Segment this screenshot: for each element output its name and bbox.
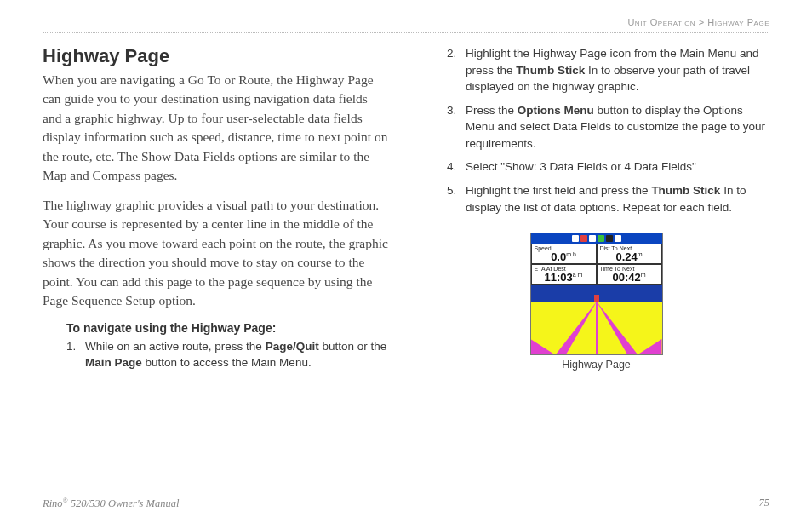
step-item: 4. Select "Show: 3 Data Fields or 4 Data… — [447, 158, 769, 175]
steps-heading: To navigate using the Highway Page: — [66, 321, 389, 335]
breadcrumb-section: Unit Operation — [627, 17, 695, 27]
breadcrumb-page: Highway Page — [707, 17, 769, 27]
page-footer: Rino® 520/530 Owner's Manual 75 — [43, 497, 769, 510]
road-edge — [638, 339, 662, 354]
destination-flag-icon — [594, 295, 599, 302]
data-field: Speed 0.0m h — [531, 244, 597, 264]
steps-list-right: 2. Highlight the Highway Page icon from … — [447, 45, 769, 216]
data-field: Time To Next 00:42m — [597, 264, 662, 285]
intro-paragraph-2: The highway graphic provides a visual pa… — [43, 196, 389, 311]
status-icon — [598, 235, 604, 242]
page-number: 75 — [759, 497, 770, 510]
status-icon — [572, 235, 579, 242]
left-column: Highway Page When you are navigating a G… — [43, 45, 389, 378]
device-screenshot: Speed 0.0m h Dist To Next 0.24m ETA At D… — [530, 233, 663, 355]
right-column: 2. Highlight the Highway Page icon from … — [423, 45, 769, 378]
data-field: ETA At Dest 11:03a m — [531, 264, 597, 285]
breadcrumb: Unit Operation > Highway Page — [43, 17, 769, 33]
data-field: Dist To Next 0.24m — [597, 244, 662, 264]
step-item: 2. Highlight the Highway Page icon from … — [447, 45, 769, 95]
status-icon — [589, 235, 596, 242]
intro-paragraph-1: When you are navigating a Go To or Route… — [43, 71, 389, 186]
road-edge — [531, 339, 555, 354]
device-status-bar — [531, 233, 662, 244]
steps-list-left: 1. While on an active route, press the P… — [66, 338, 389, 371]
status-icon — [606, 235, 613, 242]
step-item: 3. Press the Options Menu button to disp… — [447, 102, 769, 152]
step-item: 5. Highlight the first field and press t… — [447, 182, 769, 216]
manual-title: Rino® 520/530 Owner's Manual — [43, 497, 180, 510]
figure: Speed 0.0m h Dist To Next 0.24m ETA At D… — [423, 233, 769, 371]
status-icon — [580, 235, 587, 242]
content-columns: Highway Page When you are navigating a G… — [43, 45, 769, 378]
figure-caption: Highway Page — [423, 359, 769, 371]
status-icon — [615, 235, 621, 242]
center-line — [596, 302, 598, 354]
data-fields-grid: Speed 0.0m h Dist To Next 0.24m ETA At D… — [531, 244, 662, 285]
step-item: 1. While on an active route, press the P… — [66, 338, 389, 371]
page-title: Highway Page — [43, 45, 389, 67]
highway-graphic — [531, 285, 662, 354]
